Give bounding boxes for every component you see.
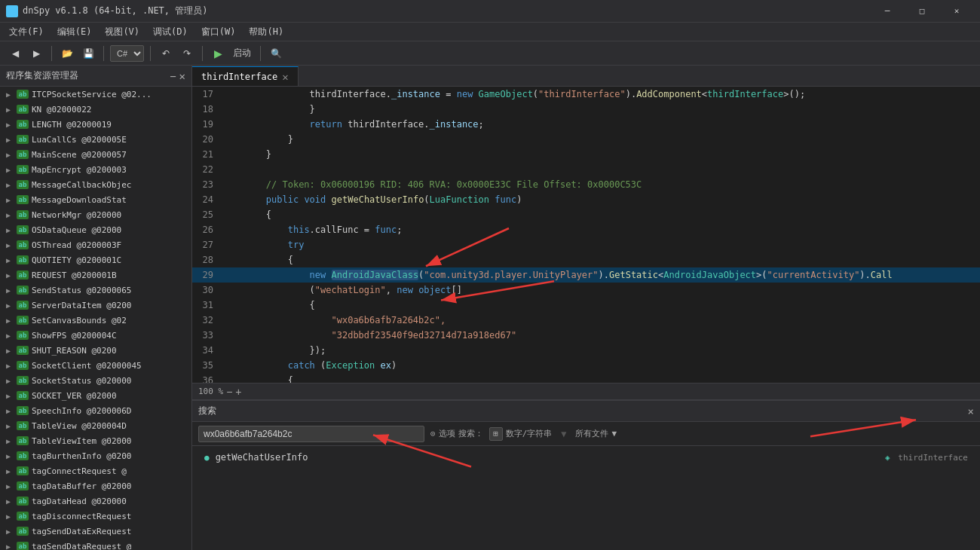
search-options-label: 选项	[439, 428, 455, 439]
tree-item-label: tagSendDataRequest @	[32, 542, 131, 551]
sidebar-item-29[interactable]: ▶ ab tagSendDataExRequest	[0, 524, 191, 539]
sidebar-tree[interactable]: ▶ ab ITCPSocketService @02... ▶ ab KN @0…	[0, 87, 191, 550]
sidebar-item-3[interactable]: ▶ ab LuaCallCs @0200005E	[0, 132, 191, 147]
menu-file[interactable]: 文件(F)	[3, 24, 50, 40]
sidebar-pin-button[interactable]: −	[170, 70, 176, 82]
forward-button[interactable]: ▶	[27, 44, 45, 63]
search-results[interactable]: ● getWeChatUserInfo ◈ thirdInterface	[192, 446, 980, 550]
tree-item-icon: ab	[17, 359, 29, 371]
zoom-decrease-button[interactable]: −	[226, 386, 232, 398]
sidebar-item-14[interactable]: ▶ ab ServerDataItem @0200	[0, 298, 191, 313]
sidebar-item-10[interactable]: ▶ ab OSThread @0200003F	[0, 237, 191, 252]
language-dropdown[interactable]: C#	[110, 45, 144, 62]
sidebar-item-8[interactable]: ▶ ab NetworkMgr @020000	[0, 207, 191, 222]
tree-item-icon: ab	[17, 480, 29, 492]
save-button[interactable]: 💾	[79, 44, 97, 63]
tree-item-label: LuaCallCs @0200005E	[32, 135, 127, 145]
result-location-0: ◈ thirdInterface	[885, 453, 968, 463]
tree-item-label: TableView @0200004D	[32, 421, 127, 431]
undo-button[interactable]: ↶	[157, 44, 175, 63]
tree-expander: ▶	[6, 286, 17, 295]
minimize-button[interactable]: ─	[870, 0, 905, 23]
tree-item-icon: ab	[17, 88, 29, 100]
sidebar-item-23[interactable]: ▶ ab TableViewItem @02000	[0, 433, 191, 448]
search-result-0[interactable]: ● getWeChatUserInfo ◈ thirdInterface	[192, 449, 980, 466]
tab-close-button[interactable]: ✕	[282, 71, 288, 83]
sidebar-item-17[interactable]: ▶ ab SHUT_REASON @0200	[0, 343, 191, 358]
tree-item-icon: ab	[17, 435, 29, 447]
tree-item-label: OSDataQueue @02000	[32, 225, 121, 235]
toolbar-separator-5	[260, 46, 261, 61]
menu-help[interactable]: 帮助(H)	[243, 24, 289, 40]
sidebar-close-button[interactable]: ✕	[179, 70, 185, 82]
zoom-increase-button[interactable]: +	[235, 386, 241, 398]
sidebar-item-21[interactable]: ▶ ab SpeechInfo @0200006D	[0, 403, 191, 418]
sidebar-item-26[interactable]: ▶ ab tagDataBuffer @02000	[0, 478, 191, 493]
code-line-30: 30 ("wechatLogin", new object[]	[192, 283, 980, 298]
search-input-wrapper[interactable]	[198, 426, 424, 442]
sidebar-item-2[interactable]: ▶ ab LENGTH @02000019	[0, 117, 191, 132]
tree-item-icon: ab	[17, 540, 29, 550]
sidebar-item-30[interactable]: ▶ ab tagSendDataRequest @	[0, 539, 191, 550]
sidebar-item-6[interactable]: ▶ ab MessageCallbackObjec	[0, 177, 191, 192]
search-type-label: 数字/字符串	[506, 428, 553, 439]
sidebar-item-13[interactable]: ▶ ab SendStatus @02000065	[0, 283, 191, 298]
close-button[interactable]: ✕	[939, 0, 974, 23]
tab-label: thirdInterface	[201, 72, 277, 82]
tree-item-label: REQUEST @0200001B	[32, 270, 117, 280]
right-panel: thirdInterface ✕ 17 thirdInterface._inst…	[192, 66, 980, 550]
toolbar-separator-4	[202, 46, 203, 61]
tree-expander: ▶	[6, 241, 17, 249]
search-panel-close[interactable]: ×	[968, 405, 974, 417]
tree-expander: ▶	[6, 377, 17, 385]
sidebar-item-9[interactable]: ▶ ab OSDataQueue @02000	[0, 222, 191, 237]
sidebar-item-7[interactable]: ▶ ab MessageDownloadStat	[0, 192, 191, 207]
sidebar-item-15[interactable]: ▶ ab SetCanvasBounds @02	[0, 313, 191, 328]
sidebar-item-25[interactable]: ▶ ab tagConnectRequest @	[0, 463, 191, 478]
sidebar-item-28[interactable]: ▶ ab tagDisconnectRequest	[0, 509, 191, 524]
tree-item-icon: ab	[17, 465, 29, 477]
code-scroll[interactable]: 17 thirdInterface._instance = new GameOb…	[192, 87, 980, 383]
search-input[interactable]	[204, 429, 419, 439]
toolbar: ◀ ▶ 📂 💾 C# ↶ ↷ ▶ 启动 🔍	[0, 41, 980, 66]
play-button[interactable]: ▶	[209, 44, 227, 63]
menu-edit[interactable]: 编辑(E)	[51, 24, 98, 40]
redo-button[interactable]: ↷	[178, 44, 196, 63]
open-button[interactable]: 📂	[58, 44, 76, 63]
tree-expander: ▶	[6, 332, 17, 340]
sidebar-item-27[interactable]: ▶ ab tagDataHead @020000	[0, 493, 191, 509]
sidebar-item-18[interactable]: ▶ ab SocketClient @02000045	[0, 358, 191, 373]
sidebar-item-20[interactable]: ▶ ab SOCKET_VER @02000	[0, 388, 191, 403]
sidebar-item-22[interactable]: ▶ ab TableView @0200004D	[0, 418, 191, 433]
tree-expander: ▶	[6, 437, 17, 445]
maximize-button[interactable]: □	[905, 0, 939, 23]
editor-area: 17 thirdInterface._instance = new GameOb…	[192, 87, 980, 550]
menu-view[interactable]: 视图(V)	[99, 24, 145, 40]
sidebar-item-11[interactable]: ▶ ab QUOTIETY @0200001C	[0, 252, 191, 267]
sidebar-item-24[interactable]: ▶ ab tagBurthenInfo @0200	[0, 448, 191, 463]
start-button[interactable]: 启动	[230, 44, 254, 63]
tree-item-label: SetCanvasBounds @02	[32, 316, 127, 325]
code-line-28: 28 {	[192, 252, 980, 267]
search-scope-selector[interactable]: 所有文件 ▼	[575, 428, 617, 439]
sidebar-item-19[interactable]: ▶ ab SocketStatus @020000	[0, 373, 191, 388]
search-button[interactable]: 🔍	[267, 44, 285, 63]
sidebar-item-1[interactable]: ▶ ab KN @02000022	[0, 102, 191, 117]
title-bar: dnSpy v6.1.8 (64-bit, .NET, 管理员) ─ □ ✕	[0, 0, 980, 23]
tab-thirdinterface[interactable]: thirdInterface ✕	[192, 66, 299, 86]
tree-item-label: ShowFPS @0200004C	[32, 331, 117, 341]
search-type-selector[interactable]: ⊞ 数字/字符串	[489, 427, 553, 441]
tree-expander: ▶	[6, 452, 17, 460]
search-options-button[interactable]: ⊙ 选项 搜索：	[430, 428, 483, 439]
sidebar-item-0[interactable]: ▶ ab ITCPSocketService @02...	[0, 87, 191, 102]
sidebar-item-5[interactable]: ▶ ab MapEncrypt @0200003	[0, 162, 191, 177]
sidebar-item-16[interactable]: ▶ ab ShowFPS @0200004C	[0, 328, 191, 343]
menu-window[interactable]: 窗口(W)	[195, 24, 242, 40]
tree-item-icon: ab	[17, 148, 29, 160]
sidebar-item-4[interactable]: ▶ ab MainScene @02000057	[0, 147, 191, 162]
zoom-bar: 100 % − +	[192, 383, 980, 399]
back-button[interactable]: ◀	[6, 44, 24, 63]
menu-debug[interactable]: 调试(D)	[147, 24, 194, 40]
sidebar-item-12[interactable]: ▶ ab REQUEST @0200001B	[0, 267, 191, 283]
tree-item-label: SocketStatus @020000	[32, 376, 131, 386]
